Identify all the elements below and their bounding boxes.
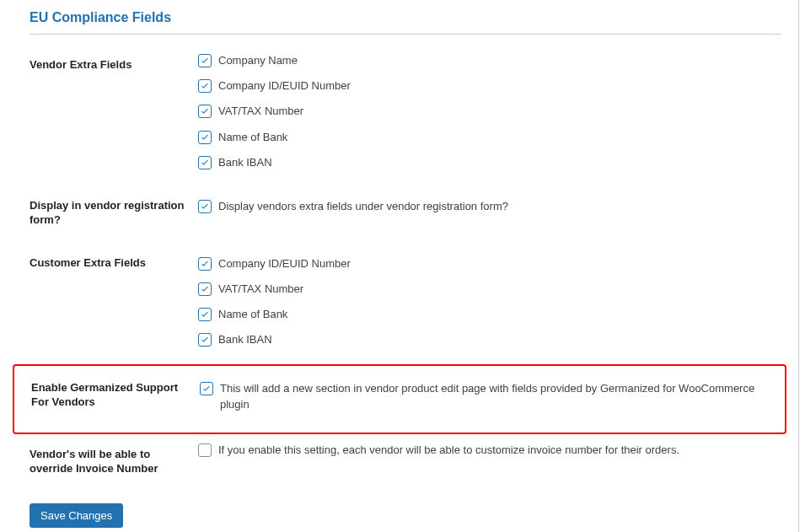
checkbox-label: Bank IBAN xyxy=(218,332,272,347)
checkbox-germanized[interactable] xyxy=(200,382,213,395)
override-invoice-label: Vendor's will be able to override Invoic… xyxy=(30,439,198,485)
checkbox-label: Company ID/EUID Number xyxy=(218,256,351,271)
customer-extra-fields-label: Customer Extra Fields xyxy=(30,236,198,357)
checkbox-cust-vat[interactable] xyxy=(198,282,212,296)
section-title: EU Compliance Fields xyxy=(30,10,781,25)
checkbox-display-reg[interactable] xyxy=(198,200,212,213)
display-in-reg-label: Display in vendor registration form? xyxy=(30,179,198,236)
checkbox-label: Company ID/EUID Number xyxy=(218,78,351,94)
section-divider xyxy=(30,34,781,35)
save-changes-button[interactable]: Save Changes xyxy=(30,503,123,528)
checkbox-override-invoice[interactable] xyxy=(198,443,212,457)
checkbox-label: Name of Bank xyxy=(218,307,287,322)
highlight-box-germanized: Enable Germanized Support For Vendors Th… xyxy=(13,364,786,433)
checkbox-label: VAT/TAX Number xyxy=(218,282,303,297)
checkbox-label: This will add a new section in vendor pr… xyxy=(220,381,771,411)
checkbox-company-id[interactable] xyxy=(198,79,212,93)
checkbox-label: Company Name xyxy=(218,53,298,68)
checkbox-vat-number[interactable] xyxy=(198,105,212,118)
germanized-label: Enable Germanized Support For Vendors xyxy=(31,373,200,420)
checkbox-label: Bank IBAN xyxy=(218,155,272,170)
checkbox-company-name[interactable] xyxy=(198,54,212,67)
checkbox-cust-company-id[interactable] xyxy=(198,257,212,271)
checkbox-name-of-bank[interactable] xyxy=(198,131,212,144)
checkbox-label: If you enable this setting, each vendor … xyxy=(218,443,773,458)
checkbox-cust-iban[interactable] xyxy=(198,333,212,347)
checkbox-label: Name of Bank xyxy=(218,130,287,145)
checkbox-bank-iban[interactable] xyxy=(198,156,212,169)
checkbox-label: Display vendors extra fields under vendo… xyxy=(218,199,508,214)
vendor-extra-fields-label: Vendor Extra Fields xyxy=(30,50,198,179)
checkbox-label: VAT/TAX Number xyxy=(218,104,303,119)
checkbox-cust-bank-name[interactable] xyxy=(198,308,212,321)
